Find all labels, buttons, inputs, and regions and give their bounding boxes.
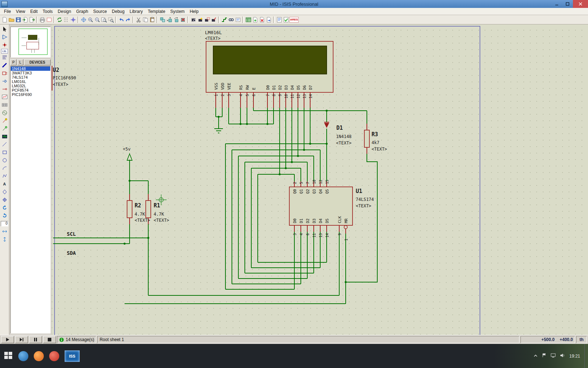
- copy-icon[interactable]: [142, 16, 149, 23]
- 2d-text-icon[interactable]: A: [0, 180, 9, 188]
- wire-autorouter-icon[interactable]: [221, 16, 228, 23]
- current-probe-mode-icon[interactable]: [0, 125, 9, 133]
- undo-icon[interactable]: [118, 16, 125, 23]
- paste-icon[interactable]: [149, 16, 155, 23]
- tray-expand-icon[interactable]: [533, 354, 538, 359]
- redo-icon[interactable]: [125, 16, 131, 23]
- component-u2[interactable]: U2 PIC16F690 <TEXT>: [53, 67, 76, 87]
- message-panel[interactable]: 14 Message(s): [57, 336, 96, 343]
- 2d-arc-icon[interactable]: [0, 164, 9, 172]
- component-r3[interactable]: R3 4k7 <TEXT>: [364, 130, 387, 152]
- device-list-item[interactable]: 1N4148: [11, 66, 50, 71]
- component-u1[interactable]: U1 74LS174 <TEXT> Q0 Q1 Q2 Q3 Q4 Q5 2 5 …: [289, 180, 374, 241]
- mark-output-area-icon[interactable]: [46, 16, 52, 23]
- 2d-marker-icon[interactable]: [0, 196, 9, 204]
- device-list-item[interactable]: LM032L: [11, 84, 50, 88]
- 2d-box-icon[interactable]: [0, 148, 9, 156]
- import-icon[interactable]: [22, 16, 28, 23]
- menu-item-file[interactable]: File: [1, 8, 13, 15]
- menu-item-help[interactable]: Help: [187, 8, 201, 15]
- junction-dot-mode-icon[interactable]: [0, 41, 9, 49]
- rotation-angle-field[interactable]: 0: [0, 220, 9, 227]
- block-rotate-icon[interactable]: [173, 16, 179, 23]
- opera-icon[interactable]: [49, 351, 59, 361]
- menu-item-edit[interactable]: Edit: [28, 8, 40, 15]
- menu-item-system[interactable]: System: [168, 8, 187, 15]
- center-at-cursor-icon[interactable]: [80, 16, 87, 23]
- menu-item-template[interactable]: Template: [145, 8, 168, 15]
- menu-item-graph[interactable]: Graph: [74, 8, 90, 15]
- virtual-instrument-mode-icon[interactable]: [0, 133, 9, 141]
- menu-item-library[interactable]: Library: [127, 8, 145, 15]
- show-desktop-button[interactable]: [584, 344, 587, 368]
- close-button[interactable]: [573, 0, 588, 8]
- start-button[interactable]: [4, 351, 13, 361]
- x-mirror-icon[interactable]: [0, 227, 9, 235]
- y-mirror-icon[interactable]: [0, 235, 9, 243]
- component-mode-icon[interactable]: [0, 33, 9, 41]
- device-list-item[interactable]: LM016L: [11, 79, 50, 84]
- device-list-item[interactable]: 74LS174: [11, 75, 50, 79]
- property-assignment-icon[interactable]: [234, 16, 241, 23]
- 2d-line-icon[interactable]: [0, 141, 9, 148]
- rotate-clockwise-icon[interactable]: [0, 204, 9, 212]
- tape-recorder-mode-icon[interactable]: [0, 101, 9, 109]
- electrical-rules-check-icon[interactable]: [283, 16, 289, 23]
- internet-explorer-icon[interactable]: [18, 351, 28, 361]
- tray-network-icon[interactable]: [551, 353, 556, 359]
- maximize-button[interactable]: [562, 0, 573, 8]
- 2d-symbol-icon[interactable]: [0, 188, 9, 196]
- 2d-circle-icon[interactable]: [0, 156, 9, 164]
- new-sheet-icon[interactable]: [252, 16, 258, 23]
- play-button[interactable]: [1, 336, 14, 343]
- component-lm016l[interactable]: LM016L <TEXT> VSS VDD VEE RS RW E D0 D1 …: [205, 30, 333, 98]
- net-label-scl[interactable]: SCL: [67, 231, 76, 237]
- step-button[interactable]: [15, 336, 28, 343]
- taskbar-clock[interactable]: 19:21: [569, 354, 580, 359]
- zoom-area-icon[interactable]: [107, 16, 114, 23]
- power-terminal[interactable]: +5v: [123, 147, 132, 162]
- print-icon[interactable]: [39, 16, 46, 23]
- design-explorer-icon[interactable]: [245, 16, 252, 23]
- component-d1[interactable]: D1 1N4148 <TEXT>: [324, 123, 351, 146]
- voltage-probe-mode-icon[interactable]: [0, 117, 9, 125]
- menu-item-source[interactable]: Source: [91, 8, 109, 15]
- device-list-item[interactable]: PCF8574: [11, 88, 50, 92]
- refresh-icon[interactable]: [56, 16, 63, 23]
- new-file-icon[interactable]: [1, 16, 8, 23]
- decompose-icon[interactable]: [210, 16, 217, 23]
- netlist-to-ares-icon[interactable]: ARES: [289, 17, 299, 23]
- graph-mode-icon[interactable]: [0, 93, 9, 101]
- text-script-mode-icon[interactable]: [0, 54, 9, 61]
- menu-item-view[interactable]: View: [13, 8, 28, 15]
- false-origin-icon[interactable]: [70, 16, 76, 23]
- export-icon[interactable]: [28, 16, 35, 23]
- device-pin-mode-icon[interactable]: [0, 85, 9, 93]
- rotate-anticlockwise-icon[interactable]: [0, 212, 9, 220]
- terminal-mode-icon[interactable]: [0, 77, 9, 85]
- menu-item-tools[interactable]: Tools: [40, 8, 55, 15]
- subcircuit-mode-icon[interactable]: [0, 69, 9, 77]
- zoom-all-icon[interactable]: [101, 16, 107, 23]
- bus-mode-icon[interactable]: [0, 61, 9, 69]
- remove-sheet-icon[interactable]: [258, 16, 265, 23]
- stop-button[interactable]: [43, 336, 56, 343]
- make-device-icon[interactable]: [197, 16, 204, 23]
- net-label-sda[interactable]: SDA: [67, 250, 76, 256]
- grid-toggle-icon[interactable]: [63, 16, 70, 23]
- menu-item-design[interactable]: Design: [55, 8, 74, 15]
- block-delete-icon[interactable]: [179, 16, 186, 23]
- packaging-tool-icon[interactable]: [204, 16, 210, 23]
- save-icon[interactable]: [15, 16, 22, 23]
- zoom-in-icon[interactable]: [87, 16, 94, 23]
- generator-mode-icon[interactable]: [0, 109, 9, 117]
- menu-item-debug[interactable]: Debug: [109, 8, 127, 15]
- firefox-icon[interactable]: [34, 351, 44, 361]
- zoom-out-icon[interactable]: [94, 16, 101, 23]
- minimize-button[interactable]: [551, 0, 562, 8]
- 2d-path-icon[interactable]: [0, 172, 9, 180]
- device-list-item[interactable]: PIC16F690: [11, 92, 50, 97]
- title-bar[interactable]: MID - ISIS Professional: [0, 0, 588, 8]
- library-manager-button[interactable]: L: [17, 59, 23, 65]
- design-overview-minimap[interactable]: [10, 27, 51, 58]
